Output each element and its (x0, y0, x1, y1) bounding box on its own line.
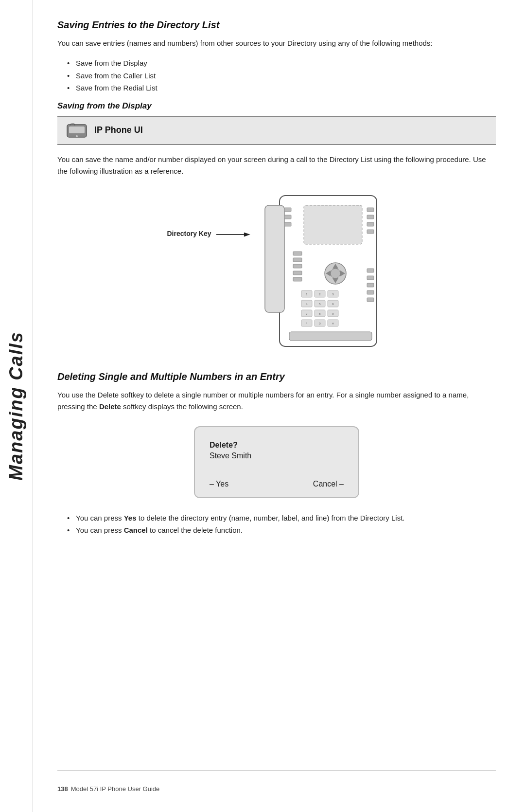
bullet-item-3: Save from the Redial List (67, 82, 496, 94)
section3-body: You use the Delete softkey to delete a s… (57, 389, 496, 413)
bullet1-bold: Yes (124, 514, 137, 522)
svg-rect-8 (367, 208, 374, 212)
footer-page-number: 138 (57, 785, 68, 793)
svg-rect-9 (367, 215, 374, 219)
svg-rect-1 (69, 126, 85, 133)
svg-rect-6 (265, 205, 284, 312)
svg-rect-40 (293, 264, 302, 268)
section2-body: You can save the name and/or number disp… (57, 154, 496, 177)
svg-rect-10 (367, 222, 374, 226)
section1-intro: You can save entries (names and numbers)… (57, 37, 496, 49)
bullet-item-2: Save from the Caller List (67, 70, 496, 82)
svg-rect-33 (367, 269, 374, 272)
footer-model: Model 57i IP Phone User Guide (71, 785, 160, 793)
svg-rect-36 (367, 290, 374, 294)
svg-rect-34 (367, 276, 374, 280)
section3-body-bold: Delete (99, 402, 121, 411)
phone-diagram: 1 2 3 4 5 6 7 8 9 * 0 # (250, 191, 386, 358)
svg-rect-38 (293, 252, 302, 255)
sidebar-label: Managing Calls (6, 331, 27, 481)
section3-bullets: You can press Yes to delete the director… (67, 512, 496, 537)
svg-rect-37 (367, 298, 374, 302)
svg-rect-14 (284, 222, 291, 226)
bullet2-suffix: to cancel the delete function. (148, 526, 243, 534)
svg-rect-7 (304, 205, 362, 244)
svg-rect-12 (284, 208, 291, 212)
delete-buttons: – Yes Cancel – (210, 480, 344, 488)
arrow-line (216, 230, 250, 239)
ip-phone-label: IP Phone UI (94, 125, 143, 135)
delete-name: Steve Smith (210, 451, 344, 460)
svg-rect-35 (367, 283, 374, 287)
section1-sub-heading: Saving from the Display (57, 101, 496, 111)
yes-button[interactable]: – Yes (210, 480, 228, 488)
sidebar: Managing Calls (0, 0, 33, 812)
svg-rect-43 (289, 332, 372, 341)
section1-bullets: Save from the Display Save from the Call… (67, 57, 496, 94)
directory-key-label: Directory Key (167, 230, 211, 237)
svg-rect-42 (293, 277, 302, 281)
svg-rect-41 (293, 271, 302, 275)
svg-point-16 (331, 269, 340, 278)
delete-title: Delete? (210, 441, 344, 450)
section3-body-suffix: softkey displays the following screen. (121, 402, 243, 411)
delete-screen: Delete? Steve Smith – Yes Cancel – (194, 426, 359, 498)
bullet1-suffix: to delete the directory entry (name, num… (137, 514, 405, 522)
svg-rect-13 (284, 215, 291, 219)
svg-rect-11 (367, 230, 374, 234)
section3-bullet-1: You can press Yes to delete the director… (67, 512, 496, 524)
section3-bullet-2: You can press Cancel to cancel the delet… (67, 524, 496, 537)
section1-heading: Saving Entries to the Directory List (57, 19, 496, 31)
svg-rect-39 (293, 258, 302, 262)
bullet2-prefix: You can press (76, 526, 124, 534)
bullet1-prefix: You can press (76, 514, 124, 522)
arrow-icon (216, 230, 250, 239)
section3-heading: Deleting Single and Multiple Numbers in … (57, 371, 496, 382)
bullet-item-1: Save from the Display (67, 57, 496, 70)
main-content: Saving Entries to the Directory List You… (33, 0, 525, 812)
phone-icon (66, 122, 88, 139)
page-footer: 138 Model 57i IP Phone User Guide (57, 770, 496, 793)
svg-marker-4 (244, 232, 250, 236)
ip-phone-banner: IP Phone UI (57, 116, 496, 145)
phone-diagram-svg: 1 2 3 4 5 6 7 8 9 * 0 # (250, 191, 386, 356)
svg-point-2 (76, 135, 78, 137)
diagram-area: Directory Key (57, 191, 496, 358)
bullet2-bold: Cancel (124, 526, 148, 534)
cancel-button[interactable]: Cancel – (313, 480, 344, 488)
